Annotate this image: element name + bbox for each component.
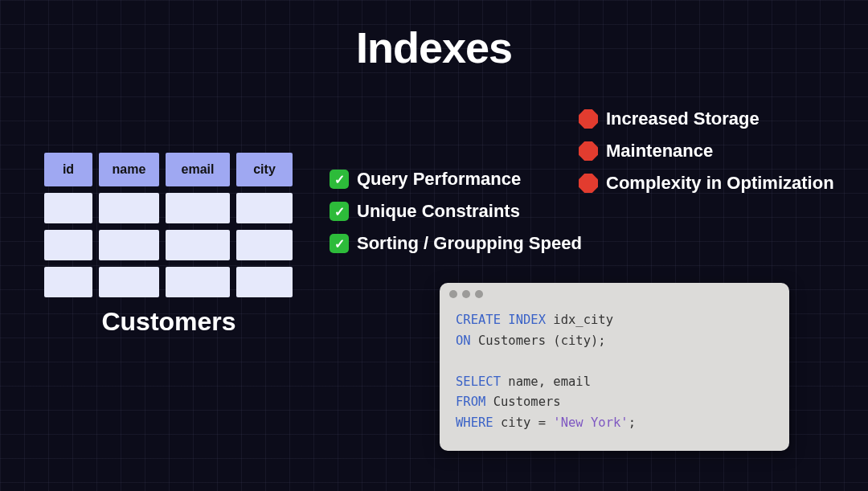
- pros-list: ✓ Query Performance ✓ Unique Constraints…: [330, 169, 582, 265]
- pro-item: ✓ Sorting / Groupping Speed: [330, 233, 582, 254]
- table-cell: [99, 193, 159, 223]
- table-cell: [166, 230, 230, 260]
- traffic-light-icon: [462, 290, 470, 298]
- con-item: Maintenance: [579, 141, 834, 162]
- cons-list: Increased Storage Maintenance Complexity…: [579, 108, 834, 205]
- col-header-name: name: [99, 153, 159, 186]
- col-header-email: email: [166, 153, 230, 186]
- col-header-city: city: [236, 153, 293, 186]
- stop-icon: [579, 141, 598, 161]
- traffic-light-icon: [475, 290, 483, 298]
- con-item: Complexity in Optimization: [579, 173, 834, 194]
- table-caption: Customers: [44, 307, 293, 337]
- pro-label: Query Performance: [357, 169, 521, 190]
- sql-code: CREATE INDEX idx_city ON Customers (city…: [440, 305, 789, 451]
- code-window: CREATE INDEX idx_city ON Customers (city…: [440, 283, 789, 451]
- table-cell: [44, 267, 92, 297]
- table-cell: [166, 193, 230, 223]
- table-cell: [166, 267, 230, 297]
- check-icon: ✓: [330, 170, 349, 189]
- table-cell: [99, 267, 159, 297]
- pro-item: ✓ Unique Constraints: [330, 201, 582, 222]
- table-cell: [99, 230, 159, 260]
- pro-label: Sorting / Groupping Speed: [357, 233, 582, 254]
- traffic-light-icon: [449, 290, 457, 298]
- table-cell: [44, 230, 92, 260]
- stop-icon: [579, 174, 598, 193]
- con-label: Increased Storage: [606, 108, 760, 129]
- pro-label: Unique Constraints: [357, 201, 520, 222]
- col-header-id: id: [44, 153, 92, 186]
- con-item: Increased Storage: [579, 108, 834, 129]
- check-icon: ✓: [330, 202, 349, 221]
- page-title: Indexes: [0, 23, 868, 72]
- con-label: Complexity in Optimization: [606, 173, 834, 194]
- table-cell: [236, 230, 293, 260]
- pro-item: ✓ Query Performance: [330, 169, 582, 190]
- check-icon: ✓: [330, 234, 349, 253]
- stop-icon: [579, 109, 598, 129]
- table-cell: [236, 193, 293, 223]
- customers-table: id name email city Customers: [44, 153, 293, 337]
- con-label: Maintenance: [606, 141, 713, 162]
- window-chrome: [440, 283, 789, 305]
- table-cell: [236, 267, 293, 297]
- table-cell: [44, 193, 92, 223]
